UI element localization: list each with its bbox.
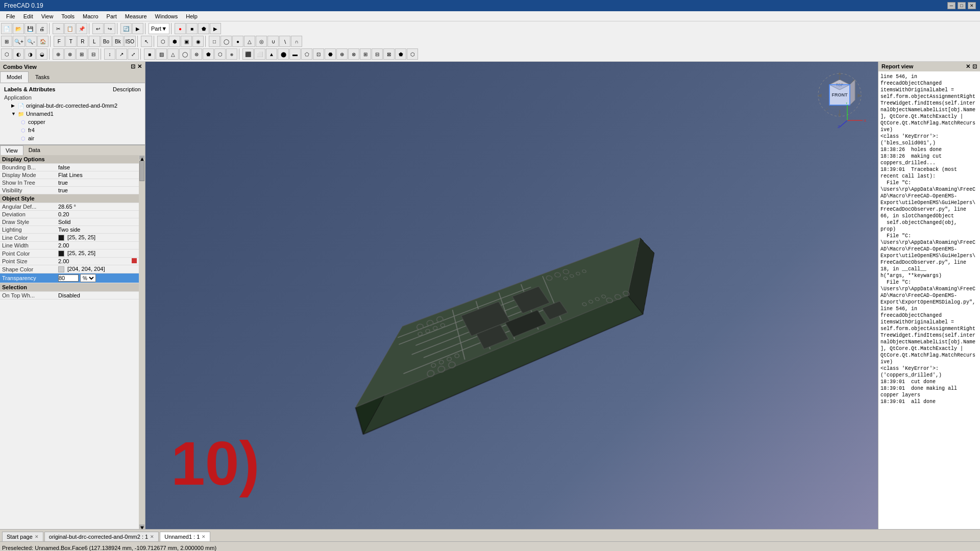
part-sphere[interactable]: ● xyxy=(232,36,243,47)
zoom-in-button[interactable]: 🔍+ xyxy=(13,36,25,47)
view-tab[interactable]: View xyxy=(0,145,23,155)
report-close[interactable]: ✕ xyxy=(966,63,970,70)
combo-view-float[interactable]: ⊡ xyxy=(131,63,135,70)
paste-button[interactable]: 📌 xyxy=(76,23,87,34)
view-back[interactable]: Bk xyxy=(112,36,124,47)
tool-extra8[interactable]: ⬣ xyxy=(325,48,336,60)
tool-r4[interactable]: ◒ xyxy=(36,48,47,60)
prop-value-line-width[interactable]: 2.00 xyxy=(56,242,139,249)
boolean-intersection[interactable]: ∩ xyxy=(291,36,302,47)
tab-unnamed1[interactable]: Unnamed1 : 1 ✕ xyxy=(160,532,210,541)
menu-view[interactable]: View xyxy=(37,12,58,20)
part-cylinder[interactable]: ◯ xyxy=(220,36,232,47)
tool-extra4[interactable]: ⬤ xyxy=(278,48,289,60)
tool-extra13[interactable]: ⊠ xyxy=(383,48,395,60)
boolean-cut[interactable]: ∖ xyxy=(279,36,290,47)
workbench-dropdown[interactable]: Part ▼ xyxy=(149,23,169,34)
tool-r3[interactable]: ◑ xyxy=(24,48,36,60)
part-torus[interactable]: ◎ xyxy=(256,36,267,47)
tool-shape8[interactable]: ⎈ xyxy=(226,48,237,60)
tool-extra1[interactable]: ⬛ xyxy=(242,48,254,60)
data-tab[interactable]: Data xyxy=(23,145,45,155)
tool-shape4[interactable]: ◯ xyxy=(179,48,190,60)
play-button[interactable]: ▶ xyxy=(210,23,221,34)
tool-extra7[interactable]: ⊡ xyxy=(313,48,324,60)
part-box[interactable]: □ xyxy=(209,36,220,47)
menu-windows[interactable]: Windows xyxy=(151,12,182,20)
copy-button[interactable]: 📋 xyxy=(64,23,76,34)
scroll-down-arrow[interactable]: ▼ xyxy=(139,524,144,529)
tab-original[interactable]: original-but-drc-corrected-and-0mm2 : 1 … xyxy=(44,532,159,541)
menu-edit[interactable]: Edit xyxy=(19,12,37,20)
view-home-button[interactable]: 🏠 xyxy=(37,36,48,47)
expand-arrow[interactable]: ▼ xyxy=(11,111,17,116)
tool-r9[interactable]: ↕ xyxy=(104,48,115,60)
tool-r2[interactable]: ◐ xyxy=(13,48,24,60)
tab-original-close[interactable]: ✕ xyxy=(150,534,154,539)
tab-unnamed1-close[interactable]: ✕ xyxy=(202,534,206,539)
close-button[interactable]: ✕ xyxy=(968,2,976,9)
tool-r7[interactable]: ⊞ xyxy=(76,48,87,60)
tab-tasks[interactable]: Tasks xyxy=(29,71,56,83)
minimize-button[interactable]: ─ xyxy=(947,2,955,9)
tree-item-copper[interactable]: ⬡ copper xyxy=(2,118,143,126)
prop-value-draw-style[interactable]: Solid xyxy=(56,218,139,226)
tab-start-close[interactable]: ✕ xyxy=(35,534,39,539)
tool-extra14[interactable]: ⬟ xyxy=(395,48,406,60)
cylinder-button[interactable]: ⬟ xyxy=(198,23,209,34)
tool-r6[interactable]: ⊗ xyxy=(64,48,76,60)
view-iso[interactable]: ISO xyxy=(124,36,136,47)
view-top[interactable]: T xyxy=(65,36,77,47)
prop-row-transparency[interactable]: Transparency % xyxy=(0,273,139,283)
undo-button[interactable]: ↩ xyxy=(92,23,104,34)
print-button[interactable]: 🖨 xyxy=(36,23,47,34)
scroll-thumb[interactable] xyxy=(139,161,144,181)
nav-cube[interactable]: ▲ ▼ ◀ ▶ FRONT TOP ↗ xyxy=(817,72,863,118)
tree-item-air[interactable]: ⬡ air xyxy=(2,134,143,142)
tool-r8[interactable]: ⊟ xyxy=(88,48,99,60)
tool-shape2[interactable]: ▨ xyxy=(156,48,167,60)
zoom-all-button[interactable]: ⊞ xyxy=(1,36,12,47)
tool-extra12[interactable]: ⊟ xyxy=(372,48,383,60)
menu-macro[interactable]: Macro xyxy=(79,12,103,20)
prop-scrollbar[interactable]: ▲ ▼ xyxy=(139,155,145,529)
prop-value-show-tree[interactable]: true xyxy=(56,179,139,187)
new-button[interactable]: 📄 xyxy=(1,23,12,34)
tool-extra2[interactable]: ⬜ xyxy=(254,48,265,60)
prop-value-angular[interactable]: 28.65 ° xyxy=(56,203,139,211)
prop-value-display-mode[interactable]: Flat Lines xyxy=(56,171,139,179)
tool-shape5[interactable]: ⊛ xyxy=(191,48,202,60)
tool-extra11[interactable]: ⊞ xyxy=(360,48,371,60)
prop-value-visibility[interactable]: true xyxy=(56,187,139,194)
tree-item-fr4[interactable]: ⬡ fr4 xyxy=(2,126,143,134)
view-right[interactable]: R xyxy=(77,36,88,47)
save-button[interactable]: 💾 xyxy=(24,23,36,34)
select-button[interactable]: ↖ xyxy=(141,36,152,47)
combo-view-close[interactable]: ✕ xyxy=(137,63,142,70)
tree-item-unnamed1[interactable]: ▼ 📁 Unnamed1 xyxy=(2,110,143,118)
tool-shape3[interactable]: △ xyxy=(167,48,179,60)
shape-button[interactable]: ■ xyxy=(186,23,198,34)
part-cone[interactable]: △ xyxy=(244,36,255,47)
zoom-out-button[interactable]: 🔍- xyxy=(26,36,37,47)
tool-extra15[interactable]: ⬡ xyxy=(407,48,418,60)
stop-button[interactable]: ● xyxy=(175,23,186,34)
tool-shape7[interactable]: ⬡ xyxy=(214,48,226,60)
prop-value-bounding[interactable]: false xyxy=(56,164,139,171)
redo-button[interactable]: ↪ xyxy=(104,23,115,34)
prop-value-shape-color[interactable]: [204, 204, 204] xyxy=(56,265,139,273)
refresh-button[interactable]: 🔄 xyxy=(120,23,132,34)
tool-r5[interactable]: ⊕ xyxy=(53,48,64,60)
expand-arrow[interactable]: ▶ xyxy=(11,103,17,108)
tool-extra6[interactable]: ⬠ xyxy=(301,48,312,60)
prop-value-on-top[interactable]: Disabled xyxy=(56,292,139,299)
menu-part[interactable]: Part xyxy=(103,12,121,20)
tool-extra9[interactable]: ⊕ xyxy=(336,48,348,60)
tool-extra3[interactable]: ▲ xyxy=(266,48,277,60)
view-solid[interactable]: ⬢ xyxy=(169,36,180,47)
view-front[interactable]: F xyxy=(54,36,65,47)
transparency-input[interactable] xyxy=(58,274,79,282)
transparency-unit-select[interactable]: % xyxy=(80,274,96,282)
scroll-up-arrow[interactable]: ▲ xyxy=(139,156,144,160)
prop-value-point-size[interactable]: 2.00 xyxy=(56,258,139,265)
